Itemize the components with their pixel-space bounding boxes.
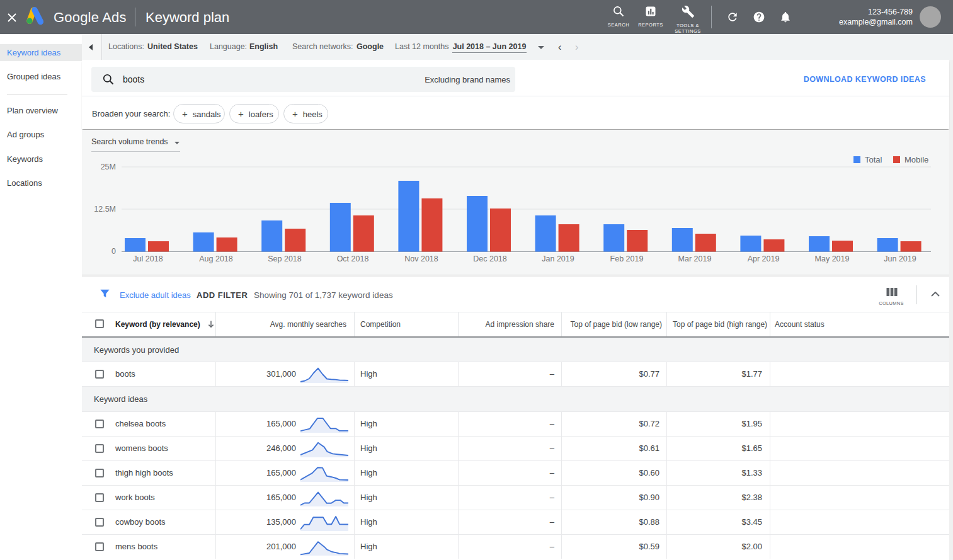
svg-text:Apr 2019: Apr 2019 [748,254,780,263]
svg-text:Aug 2018: Aug 2018 [199,254,233,263]
svg-text:0: 0 [111,247,116,256]
svg-text:25M: 25M [101,163,116,171]
svg-text:Dec 2018: Dec 2018 [473,254,507,263]
svg-text:Total: Total [865,155,882,164]
svg-text:Nov 2018: Nov 2018 [404,254,438,263]
svg-text:Oct 2018: Oct 2018 [337,254,369,263]
svg-text:Feb 2019: Feb 2019 [610,254,644,263]
svg-text:Jun 2019: Jun 2019 [884,254,916,263]
svg-text:Mar 2019: Mar 2019 [678,254,712,263]
svg-text:Jan 2019: Jan 2019 [542,254,574,263]
svg-text:12.5M: 12.5M [94,205,116,214]
svg-text:Mobile: Mobile [904,155,928,164]
svg-text:Jul 2018: Jul 2018 [133,254,163,263]
svg-text:Sep 2018: Sep 2018 [268,254,302,263]
svg-text:May 2019: May 2019 [815,254,850,263]
